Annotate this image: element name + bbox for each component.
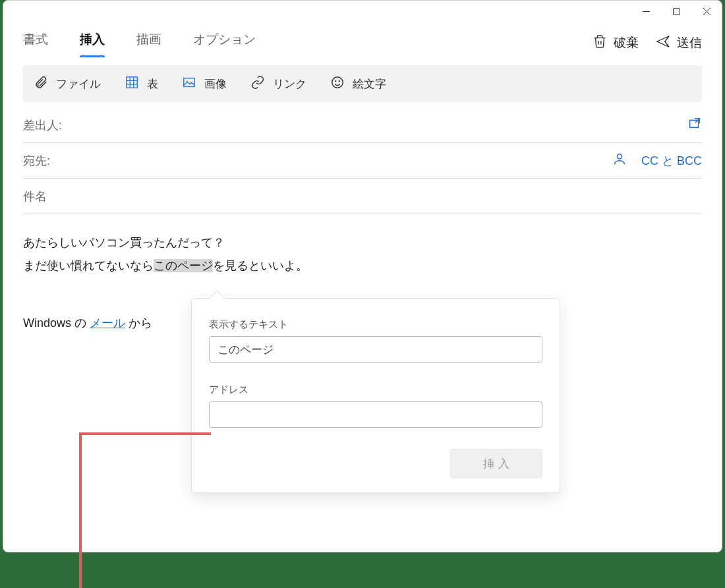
trash-icon [593, 34, 607, 52]
display-text-label: 表示するテキスト [209, 318, 542, 331]
discard-button[interactable]: 破棄 [593, 34, 639, 52]
image-label: 画像 [204, 76, 227, 92]
table-label: 表 [147, 76, 158, 92]
table-icon [125, 75, 139, 93]
send-label: 送信 [677, 34, 702, 51]
to-row[interactable]: 宛先: CC と BCC [23, 143, 702, 179]
open-window-icon[interactable] [687, 116, 702, 134]
svg-point-18 [617, 154, 622, 159]
minimize-button[interactable] [631, 1, 661, 22]
from-row: 差出人: [23, 107, 702, 143]
svg-point-13 [332, 76, 343, 88]
insert-toolbar: ファイル 表 画像 リンク 絵文字 [23, 65, 702, 102]
emoji-icon [330, 75, 345, 93]
insert-image-button[interactable]: 画像 [182, 75, 227, 93]
svg-point-14 [335, 80, 336, 81]
svg-rect-1 [673, 8, 680, 15]
window-titlebar [3, 1, 722, 22]
cc-bcc-link[interactable]: CC と BCC [641, 153, 702, 169]
discard-label: 破棄 [614, 34, 639, 51]
subject-row[interactable]: 件名 [23, 179, 702, 214]
mail-link[interactable]: メール [90, 316, 125, 330]
svg-rect-6 [127, 76, 138, 88]
insert-emoji-button[interactable]: 絵文字 [330, 75, 386, 93]
svg-point-15 [339, 80, 339, 81]
emoji-label: 絵文字 [353, 76, 386, 92]
insert-table-button[interactable]: 表 [125, 75, 158, 93]
body-line-1: あたらしいパソコン買ったんだって？ [23, 231, 702, 254]
link-label: リンク [273, 76, 306, 92]
address-input[interactable] [209, 401, 542, 428]
maximize-button[interactable] [661, 1, 691, 22]
insert-link-submit-button[interactable]: 挿入 [450, 449, 542, 478]
tab-insert[interactable]: 挿入 [80, 31, 105, 55]
insert-link-popover: 表示するテキスト アドレス 挿入 [191, 298, 560, 493]
address-label: アドレス [209, 384, 542, 396]
tab-draw[interactable]: 描画 [136, 31, 161, 55]
compose-actions: 破棄 送信 [593, 34, 702, 52]
send-button[interactable]: 送信 [656, 34, 702, 52]
link-icon [250, 75, 265, 93]
tab-options[interactable]: オプション [193, 31, 256, 55]
from-label: 差出人: [23, 117, 62, 133]
ribbon-tabs: 書式 挿入 描画 オプション [23, 31, 593, 55]
to-label: 宛先: [23, 153, 50, 169]
insert-link-button[interactable]: リンク [250, 75, 306, 93]
send-icon [656, 34, 670, 52]
paperclip-icon [34, 75, 48, 93]
tab-format[interactable]: 書式 [23, 31, 48, 55]
image-icon [182, 75, 196, 93]
display-text-input[interactable] [209, 336, 542, 363]
file-label: ファイル [56, 76, 101, 92]
body-line-2: まだ使い慣れてないならこのページを見るといいよ。 [23, 254, 702, 278]
svg-rect-11 [184, 78, 195, 86]
contacts-icon[interactable] [612, 152, 627, 169]
close-window-button[interactable] [691, 1, 722, 22]
ribbon-tabs-row: 書式 挿入 描画 オプション 破棄 送信 [3, 22, 722, 59]
subject-label: 件名 [23, 189, 47, 204]
selected-text: このページ [154, 259, 213, 272]
attach-file-button[interactable]: ファイル [34, 75, 101, 93]
header-fields: 差出人: 宛先: CC と BCC 件名 [3, 102, 722, 214]
